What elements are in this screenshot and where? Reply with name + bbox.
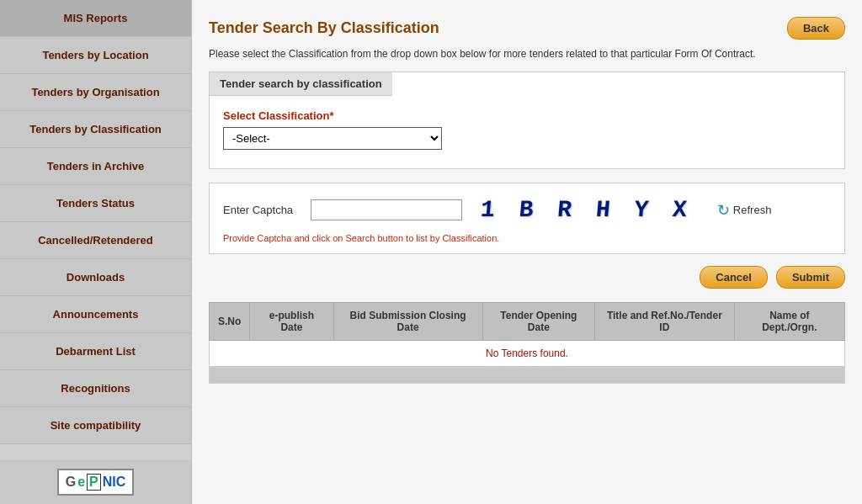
table-col-name-of-dept./orgn.: Name of Dept./Orgn. [734,303,844,341]
table-col-bid-submission-closing-date: Bid Submission Closing Date [333,303,482,341]
sidebar-btn-tenders-by-location[interactable]: Tenders by Location [0,37,191,74]
table-body: No Tenders found. [210,341,845,384]
captcha-panel: Enter Captcha 1 B R H Y X ↻ Refresh Prov… [209,183,845,254]
table-footer-cell [210,367,845,384]
page-title: Tender Search By Classification [209,19,439,37]
captcha-input[interactable] [311,199,462,220]
table-col-s.no: S.No [210,303,250,341]
no-tenders-message: No Tenders found. [210,341,845,367]
back-button[interactable]: Back [787,17,845,40]
submit-button[interactable]: Submit [776,266,845,289]
table-header-row: S.Noe-publish DateBid Submission Closing… [210,303,845,341]
table-col-tender-opening-date: Tender Opening Date [482,303,594,341]
sidebar-btn-announcements[interactable]: Announcements [0,296,191,333]
sidebar-btn-tenders-in-archive[interactable]: Tenders in Archive [0,148,191,185]
form-panel-header: Tender search by classification [210,72,392,96]
table-col-title-and-ref.no./tender-id: Title and Ref.No./Tender ID [595,303,735,341]
form-panel-inner: Select Classification* -Select- [210,103,844,157]
table-head: S.Noe-publish DateBid Submission Closing… [210,303,845,341]
sidebar-btn-tenders-status[interactable]: Tenders Status [0,185,191,222]
logo-text3: P [87,474,101,491]
sidebar-btn-downloads[interactable]: Downloads [0,259,191,296]
table-col-e-publish-date: e-publish Date [250,303,333,341]
logo-text4: NIC [103,475,126,490]
refresh-label: Refresh [733,204,772,216]
action-row: Cancel Submit [209,266,845,289]
captcha-text: 1 B R H Y X [480,197,694,223]
subtitle: Please select the Classification from th… [209,48,845,60]
logo-text2: e [77,475,85,490]
captcha-row: Enter Captcha 1 B R H Y X ↻ Refresh [223,194,831,226]
main-header: Tender Search By Classification Back [209,17,845,40]
sidebar: MIS ReportsTenders by LocationTenders by… [0,0,192,504]
sidebar-btn-site-compatibility[interactable]: Site compatibility [0,407,191,444]
sidebar-btn-cancelled-retendered[interactable]: Cancelled/Retendered [0,222,191,259]
cancel-button[interactable]: Cancel [700,266,768,289]
form-panel: Tender search by classification Select C… [209,72,845,169]
captcha-hint: Provide Captcha and click on Search butt… [223,233,831,243]
refresh-icon: ↻ [717,201,730,220]
sidebar-btn-recognitions[interactable]: Recognitions [0,370,191,407]
sidebar-btn-mis-reports[interactable]: MIS Reports [0,0,191,37]
sidebar-btn-tenders-by-organisation[interactable]: Tenders by Organisation [0,74,191,111]
sidebar-logo: G e P NIC [0,460,191,504]
captcha-image-container: 1 B R H Y X [474,194,699,226]
sidebar-btn-debarment-list[interactable]: Debarment List [0,333,191,370]
classification-select[interactable]: -Select- [223,127,442,150]
main-content: Tender Search By Classification Back Ple… [192,0,862,504]
table-footer-row [210,367,845,384]
sidebar-btn-tenders-by-classification[interactable]: Tenders by Classification [0,111,191,148]
captcha-label: Enter Captcha [223,204,299,216]
logo-text: G [66,475,76,490]
refresh-button[interactable]: ↻ Refresh [717,201,772,220]
table-row: No Tenders found. [210,341,845,367]
results-table: S.Noe-publish DateBid Submission Closing… [209,302,845,384]
logo-box: G e P NIC [57,469,135,496]
classification-label: Select Classification* [223,109,831,122]
